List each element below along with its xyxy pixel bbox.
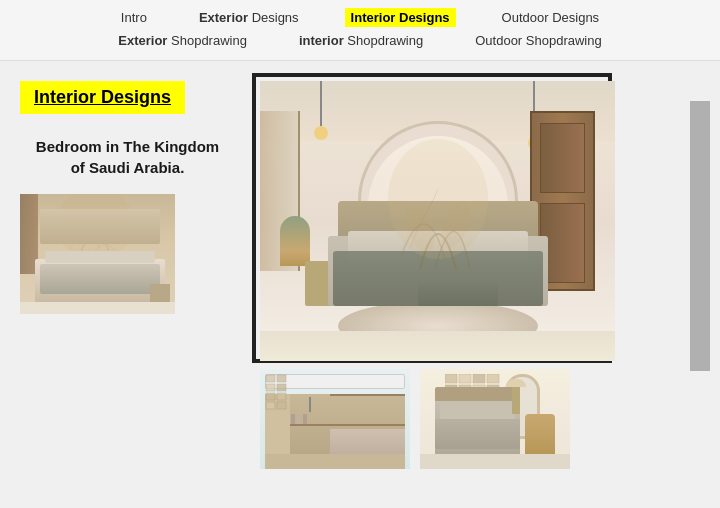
chair — [525, 414, 555, 454]
bottom-image-bedroom2 — [420, 369, 570, 469]
duvet-small — [40, 264, 160, 294]
shelf-divider-2 — [290, 424, 405, 426]
nav-interior-shopdrawing[interactable]: interior Shopdrawing — [293, 31, 429, 50]
svg-point-3 — [388, 139, 488, 259]
svg-rect-14 — [445, 374, 457, 383]
nav-outdoor-designs[interactable]: Outdoor Designs — [496, 8, 606, 27]
svg-rect-8 — [266, 384, 275, 391]
hanging-clothes — [291, 397, 329, 417]
shelf-divider-1 — [330, 394, 405, 396]
main-content: Interior Designs Bedroom in The Kingdom … — [0, 61, 720, 479]
pillows-bedroom2 — [440, 402, 515, 420]
nav-interior-designs[interactable]: Interior Designs — [345, 8, 456, 27]
closet-scene — [260, 369, 410, 469]
bedroom2-scene — [420, 369, 570, 469]
floor-bedroom2 — [420, 454, 570, 469]
duvet-bedroom2 — [435, 419, 520, 449]
main-image-wrapper — [260, 81, 700, 469]
svg-rect-12 — [266, 402, 275, 409]
svg-rect-6 — [266, 375, 275, 382]
nav-outdoor-shopdrawing[interactable]: Outdoor Shopdrawing — [469, 31, 607, 50]
floor-main — [260, 331, 615, 361]
photo-wall — [265, 374, 287, 449]
svg-rect-15 — [459, 374, 471, 383]
throw-blanket — [418, 281, 498, 306]
nightstand-small — [150, 284, 170, 304]
gray-side-panel — [690, 101, 710, 371]
nav-exterior-designs[interactable]: Exterior Designs — [193, 8, 305, 27]
bulb-left — [314, 126, 328, 140]
svg-rect-16 — [473, 374, 485, 383]
section-title: Interior Designs — [20, 81, 185, 114]
bottom-image-closet — [260, 369, 410, 469]
svg-rect-10 — [266, 393, 275, 400]
main-bedroom-image — [260, 81, 615, 361]
svg-rect-17 — [487, 374, 499, 383]
botanical-print — [370, 139, 506, 294]
pillows-small — [45, 251, 155, 263]
svg-rect-11 — [277, 393, 286, 400]
floor-lamp — [512, 384, 520, 414]
nav-row-2: Exterior Shopdrawing interior Shopdrawin… — [112, 31, 607, 50]
project-title-line2: of Saudi Arabia. — [71, 159, 185, 176]
plant-left — [280, 216, 310, 266]
bottom-images-row — [260, 369, 700, 469]
closet-floor — [265, 454, 405, 469]
floor-small — [20, 302, 175, 314]
svg-rect-7 — [277, 375, 286, 382]
bed-bedroom2 — [435, 399, 520, 454]
svg-rect-13 — [277, 402, 286, 409]
headboard-small — [40, 209, 160, 244]
small-bedroom-image — [20, 194, 175, 314]
lamp-shade — [506, 379, 526, 387]
nav-intro[interactable]: Intro — [115, 8, 153, 27]
navigation: Intro Exterior Designs Interior Designs … — [0, 0, 720, 61]
hangers — [291, 414, 329, 424]
left-panel: Interior Designs Bedroom in The Kingdom … — [20, 81, 250, 469]
project-title-line1: Bedroom in The Kingdom — [36, 138, 219, 155]
bedroom-scene — [260, 81, 615, 361]
nav-exterior-shopdrawing[interactable]: Exterior Shopdrawing — [112, 31, 253, 50]
clothes-rail — [309, 397, 311, 412]
bed-small — [35, 259, 165, 304]
headboard-bedroom2 — [435, 387, 520, 401]
right-panel — [250, 81, 700, 469]
svg-rect-9 — [277, 384, 286, 391]
ceiling-light-left — [320, 81, 322, 126]
nav-row-1: Intro Exterior Designs Interior Designs … — [115, 8, 605, 27]
closet-items — [330, 429, 405, 454]
project-title: Bedroom in The Kingdom of Saudi Arabia. — [20, 136, 235, 178]
door-panel-top — [540, 123, 585, 193]
